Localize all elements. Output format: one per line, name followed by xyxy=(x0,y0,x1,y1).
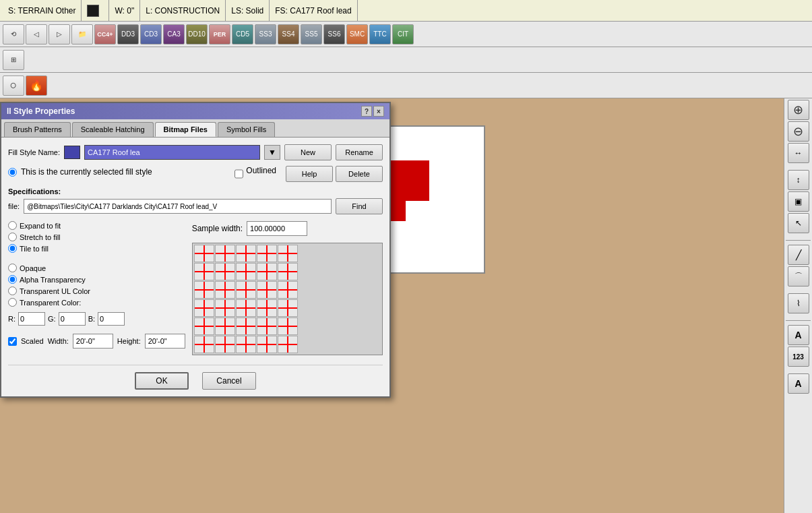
ss5-tool[interactable]: SS5 xyxy=(301,24,322,44)
cc4-tool[interactable]: CC4+ xyxy=(94,24,116,44)
help-btn[interactable]: Help xyxy=(286,166,333,182)
ss4-tool[interactable]: SS4 xyxy=(278,24,299,44)
tile-cell-3[interactable] xyxy=(236,245,256,262)
ss6-tool[interactable]: SS6 xyxy=(323,24,345,44)
transparent-ul-radio[interactable] xyxy=(8,286,17,295)
current-fill-radio[interactable] xyxy=(8,168,17,177)
width-input[interactable] xyxy=(73,334,113,349)
circle-tool[interactable]: ○ xyxy=(3,76,24,96)
tile-cell-14[interactable] xyxy=(257,281,277,299)
tile-cell-10[interactable] xyxy=(278,263,298,280)
tile-cell-6[interactable] xyxy=(194,263,214,280)
per-tool[interactable]: PER xyxy=(209,24,230,44)
ca3-tool[interactable]: CA3 xyxy=(163,24,185,44)
tab-brush-patterns[interactable]: Brush Patterns xyxy=(4,122,71,137)
outlined-checkbox[interactable] xyxy=(235,166,243,182)
dialog-close-btn[interactable]: × xyxy=(373,106,384,117)
tile-cell-11[interactable] xyxy=(194,281,214,299)
rename-btn[interactable]: Rename xyxy=(336,144,383,160)
tile-cell-20[interactable] xyxy=(278,299,298,317)
tile-cell-27[interactable] xyxy=(215,336,235,353)
text-btn[interactable]: A xyxy=(788,325,809,345)
draw-curve-btn[interactable]: ⌒ xyxy=(788,266,809,286)
file-input[interactable] xyxy=(24,199,332,214)
nav-next-btn[interactable]: ▷ xyxy=(49,24,70,44)
tab-scaleable-hatching[interactable]: Scaleable Hatching xyxy=(72,122,154,137)
transparent-color-radio[interactable] xyxy=(8,298,17,307)
tile-cell-1[interactable] xyxy=(194,245,214,262)
tile-cell-30[interactable] xyxy=(278,336,298,353)
fill-style-name-input[interactable] xyxy=(84,145,260,160)
grid-tool[interactable]: ⊞ xyxy=(3,50,24,70)
tile-cell-21[interactable] xyxy=(194,318,214,335)
tab-symbol-fills[interactable]: Symbol Fills xyxy=(218,122,275,137)
zoom-fit-btn[interactable]: ↔ xyxy=(788,143,809,163)
b-input[interactable] xyxy=(98,312,125,326)
tile-cell-18[interactable] xyxy=(236,299,256,317)
cit-tool[interactable]: CIT xyxy=(392,24,414,44)
tile-cell-17[interactable] xyxy=(215,299,235,317)
ss3-tool[interactable]: SS3 xyxy=(255,24,276,44)
tile-cell-15[interactable] xyxy=(278,281,298,299)
tile-cell-22[interactable] xyxy=(215,318,235,335)
symbol-btn[interactable]: A xyxy=(788,373,809,394)
dd3-tool[interactable]: DD3 xyxy=(117,24,139,44)
tile-cell-23[interactable] xyxy=(236,318,256,335)
tile-cell-29[interactable] xyxy=(257,336,277,353)
tile-cell-25[interactable] xyxy=(278,318,298,335)
number-btn[interactable]: 123 xyxy=(788,346,809,367)
smc-tool[interactable]: SMC xyxy=(346,24,368,44)
expand-to-fit-radio[interactable] xyxy=(8,221,17,230)
draw-line-btn[interactable]: ╱ xyxy=(788,245,809,265)
draw-poly-btn[interactable]: ⌇ xyxy=(788,293,809,313)
tile-cell-26[interactable] xyxy=(194,336,214,353)
tile-cell-16[interactable] xyxy=(194,299,214,317)
r-input[interactable] xyxy=(18,312,45,326)
cd5-tool[interactable]: CD5 xyxy=(232,24,253,44)
nav-prev-btn[interactable]: ◁ xyxy=(26,24,47,44)
tile-cell-13[interactable] xyxy=(236,281,256,299)
dialog-title-bar[interactable]: ll Style Properties ? × xyxy=(1,103,389,119)
tab-bitmap-files[interactable]: Bitmap Files xyxy=(155,122,216,137)
status-bar: S: TERRAIN Other W: 0" L: CONSTRUCTION L… xyxy=(0,0,812,22)
tile-cell-9[interactable] xyxy=(257,263,277,280)
tile-cell-24[interactable] xyxy=(257,318,277,335)
pan-btn[interactable]: ↕ xyxy=(788,170,809,190)
fire-tool[interactable]: 🔥 xyxy=(26,76,47,96)
cd3-tool[interactable]: CD3 xyxy=(140,24,162,44)
find-btn[interactable]: Find xyxy=(336,198,383,214)
ttc-tool[interactable]: TTC xyxy=(369,24,391,44)
tile-to-fill-radio[interactable] xyxy=(8,244,17,253)
alpha-trans-radio[interactable] xyxy=(8,275,17,284)
tile-cell-12[interactable] xyxy=(215,281,235,299)
fill-style-name-label: Fill Style Name: xyxy=(8,148,60,156)
ok-button[interactable]: OK xyxy=(135,372,189,390)
new-btn[interactable]: New xyxy=(284,144,332,160)
stretch-to-fill-radio[interactable] xyxy=(8,233,17,241)
tile-cell-28[interactable] xyxy=(236,336,256,353)
g-input[interactable] xyxy=(59,312,86,326)
dd10-tool[interactable]: DD10 xyxy=(186,24,208,44)
open-file-btn[interactable]: 📁 xyxy=(71,24,93,44)
tile-cell-8[interactable] xyxy=(236,263,256,280)
scaled-row: Scaled Width: Height: xyxy=(8,334,185,349)
layer-text: L: CONSTRUCTION xyxy=(146,6,220,16)
zoom-in-btn[interactable]: ⊕ xyxy=(788,100,809,120)
cursor-btn[interactable]: ↖ xyxy=(788,213,809,233)
tile-cell-4[interactable] xyxy=(257,245,277,262)
scaled-checkbox[interactable] xyxy=(8,337,17,346)
tile-cell-5[interactable] xyxy=(278,245,298,262)
dialog-help-btn[interactable]: ? xyxy=(361,106,372,117)
height-input[interactable] xyxy=(145,334,185,349)
opaque-radio[interactable] xyxy=(8,264,17,272)
sample-width-input[interactable] xyxy=(247,221,307,236)
nav-back-btn[interactable]: ⟲ xyxy=(3,24,24,44)
tile-cell-2[interactable] xyxy=(215,245,235,262)
delete-btn[interactable]: Delete xyxy=(336,166,383,182)
tile-cell-19[interactable] xyxy=(257,299,277,317)
cancel-button[interactable]: Cancel xyxy=(202,372,256,390)
select-btn[interactable]: ▣ xyxy=(788,191,809,212)
tile-cell-7[interactable] xyxy=(215,263,235,280)
zoom-out-btn[interactable]: ⊖ xyxy=(788,121,809,142)
fill-style-dropdown[interactable]: ▼ xyxy=(264,145,280,160)
